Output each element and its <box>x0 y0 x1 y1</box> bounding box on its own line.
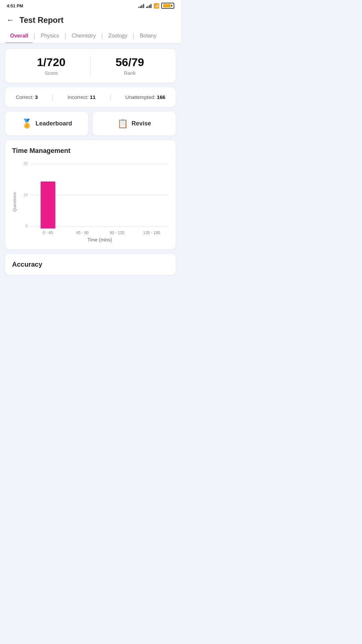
tab-sep-2: | <box>64 32 67 40</box>
correct-count: Correct: 3 <box>16 94 38 100</box>
unattempted-count: Unattempted: 166 <box>125 94 165 100</box>
leaderboard-icon: 🏅 <box>21 118 32 129</box>
tab-overall[interactable]: Overall <box>5 29 33 43</box>
signal-icon <box>138 3 144 8</box>
content-area: 1/720 Score 56/79 Rank Correct: 3 | Inco… <box>0 44 181 280</box>
bar-group-3 <box>134 161 169 228</box>
incorrect-count: Incorrect: 11 <box>68 94 96 100</box>
x-tick-2: 45 - 90 <box>65 230 100 235</box>
x-tick-3: 90 - 135 <box>100 230 134 235</box>
bar-0-45 <box>41 181 55 228</box>
attempts-card: Correct: 3 | Incorrect: 11 | Unattempted… <box>5 87 176 107</box>
chart-grid: 20 10 0 <box>20 161 169 228</box>
signal-icon-2 <box>146 3 152 8</box>
chart-inner: 20 10 0 <box>20 161 169 243</box>
x-axis-label: Time (mins) <box>31 237 169 243</box>
rank-section: 56/79 Rank <box>91 56 169 76</box>
tab-sep-3: | <box>101 32 104 40</box>
accuracy-card: Accuracy <box>5 254 176 275</box>
revise-icon: 📋 <box>117 118 128 129</box>
tab-sep-1: | <box>33 32 36 40</box>
chart-area: Questions 20 10 0 <box>12 161 169 243</box>
tab-botany[interactable]: Botany <box>135 29 161 43</box>
score-label: Score <box>45 70 58 76</box>
status-bar: 4:51 PM 📶 <box>0 0 181 10</box>
battery-tip <box>171 5 172 7</box>
score-section: 1/720 Score <box>12 56 91 76</box>
tabs-container: Overall | Physics | Chemistry | Zoology … <box>0 29 181 44</box>
rank-value: 56/79 <box>116 56 144 69</box>
tab-sep-4: | <box>132 32 135 40</box>
action-row: 🏅 Leaderboard 📋 Revise <box>5 112 176 136</box>
accuracy-title: Accuracy <box>12 261 169 268</box>
status-time: 4:51 PM <box>7 3 23 8</box>
score-rank-card: 1/720 Score 56/79 Rank <box>5 49 176 83</box>
x-axis: 0 - 45 45 - 90 90 - 135 135 - 180 <box>31 230 169 235</box>
bars-container <box>31 161 169 228</box>
time-management-card: Time Management Questions 20 10 0 <box>5 140 176 249</box>
battery-fill <box>163 4 171 7</box>
tab-chemistry[interactable]: Chemistry <box>67 29 101 43</box>
x-tick-4: 135 - 180 <box>134 230 169 235</box>
bar-group-1 <box>65 161 100 228</box>
status-right: 📶 <box>138 3 174 9</box>
wifi-icon: 📶 <box>154 3 159 8</box>
page-title: Test Report <box>19 15 64 25</box>
attempts-sep-2: | <box>110 93 111 101</box>
rank-label: Rank <box>124 70 136 76</box>
x-tick-1: 0 - 45 <box>31 230 65 235</box>
revise-label: Revise <box>131 120 151 127</box>
bar-group-2 <box>100 161 134 228</box>
header: ← Test Report <box>0 10 181 29</box>
tab-physics[interactable]: Physics <box>36 29 64 43</box>
y-axis-label: Questions <box>12 192 17 212</box>
attempts-sep-1: | <box>52 93 54 101</box>
bar-group-0 <box>31 161 65 228</box>
tab-zoology[interactable]: Zoology <box>104 29 132 43</box>
score-value: 1/720 <box>37 56 65 69</box>
revise-button[interactable]: 📋 Revise <box>93 112 176 136</box>
chart-title: Time Management <box>12 147 169 155</box>
battery-indicator <box>161 3 174 9</box>
leaderboard-label: Leaderboard <box>36 120 72 127</box>
back-button[interactable]: ← <box>7 16 14 24</box>
leaderboard-button[interactable]: 🏅 Leaderboard <box>5 112 88 136</box>
